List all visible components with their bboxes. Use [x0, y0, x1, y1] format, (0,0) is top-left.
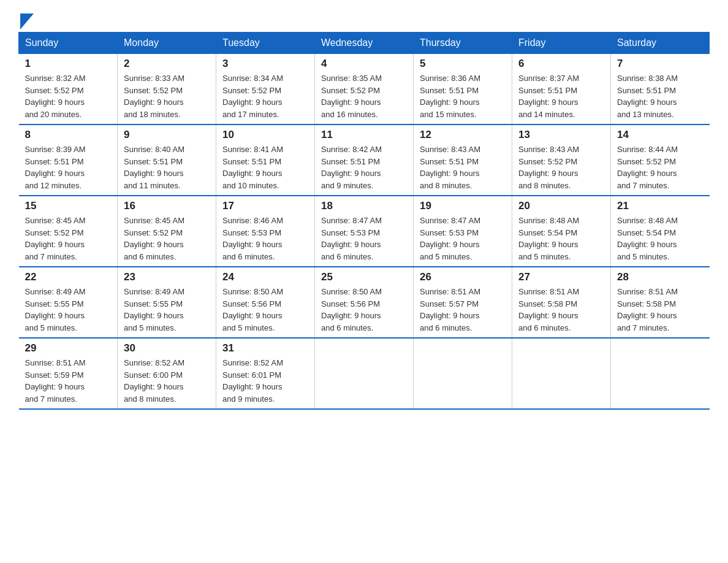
- calendar-day-cell: 13Sunrise: 8:43 AM Sunset: 5:52 PM Dayli…: [512, 124, 611, 196]
- day-info: Sunrise: 8:37 AM Sunset: 5:51 PM Dayligh…: [518, 72, 604, 120]
- calendar-day-cell: 30Sunrise: 8:52 AM Sunset: 6:00 PM Dayli…: [118, 338, 216, 409]
- calendar-day-cell: 19Sunrise: 8:47 AM Sunset: 5:53 PM Dayli…: [414, 196, 512, 267]
- day-of-week-header: Thursday: [414, 33, 512, 54]
- logo: [18, 12, 34, 27]
- calendar-day-cell: 16Sunrise: 8:45 AM Sunset: 5:52 PM Dayli…: [118, 196, 216, 267]
- calendar-table: SundayMondayTuesdayWednesdayThursdayFrid…: [18, 32, 710, 410]
- calendar-day-cell: 3Sunrise: 8:34 AM Sunset: 5:52 PM Daylig…: [216, 54, 315, 125]
- calendar-day-cell: 6Sunrise: 8:37 AM Sunset: 5:51 PM Daylig…: [512, 54, 611, 125]
- day-info: Sunrise: 8:32 AM Sunset: 5:52 PM Dayligh…: [25, 72, 112, 120]
- day-number: 15: [25, 200, 112, 212]
- calendar-day-cell: [512, 338, 611, 409]
- day-number: 23: [124, 271, 210, 283]
- day-number: 13: [518, 129, 604, 141]
- calendar-day-cell: 27Sunrise: 8:51 AM Sunset: 5:58 PM Dayli…: [512, 267, 611, 338]
- day-number: 25: [321, 271, 407, 283]
- calendar-day-cell: [611, 338, 710, 409]
- day-info: Sunrise: 8:42 AM Sunset: 5:51 PM Dayligh…: [321, 144, 407, 191]
- calendar-day-cell: 29Sunrise: 8:51 AM Sunset: 5:59 PM Dayli…: [19, 338, 118, 409]
- day-number: 4: [321, 58, 407, 70]
- day-number: 8: [25, 129, 112, 141]
- day-number: 27: [518, 271, 604, 283]
- calendar-day-cell: [414, 338, 512, 409]
- day-info: Sunrise: 8:39 AM Sunset: 5:51 PM Dayligh…: [25, 144, 112, 191]
- day-number: 11: [321, 129, 407, 141]
- day-info: Sunrise: 8:34 AM Sunset: 5:52 PM Dayligh…: [222, 72, 308, 120]
- day-of-week-header: Tuesday: [216, 33, 315, 54]
- day-info: Sunrise: 8:43 AM Sunset: 5:51 PM Dayligh…: [420, 144, 506, 191]
- day-number: 12: [420, 129, 506, 141]
- calendar-day-cell: 8Sunrise: 8:39 AM Sunset: 5:51 PM Daylig…: [19, 124, 118, 196]
- calendar-day-cell: [315, 338, 414, 409]
- calendar-day-cell: 5Sunrise: 8:36 AM Sunset: 5:51 PM Daylig…: [414, 54, 512, 125]
- day-info: Sunrise: 8:49 AM Sunset: 5:55 PM Dayligh…: [124, 286, 210, 334]
- calendar-day-cell: 22Sunrise: 8:49 AM Sunset: 5:55 PM Dayli…: [19, 267, 118, 338]
- calendar-day-cell: 14Sunrise: 8:44 AM Sunset: 5:52 PM Dayli…: [611, 124, 710, 196]
- calendar-day-cell: 4Sunrise: 8:35 AM Sunset: 5:52 PM Daylig…: [315, 54, 414, 125]
- day-info: Sunrise: 8:33 AM Sunset: 5:52 PM Dayligh…: [124, 72, 210, 120]
- calendar-week-row: 22Sunrise: 8:49 AM Sunset: 5:55 PM Dayli…: [19, 267, 710, 338]
- day-info: Sunrise: 8:36 AM Sunset: 5:51 PM Dayligh…: [420, 72, 506, 120]
- calendar-day-cell: 1Sunrise: 8:32 AM Sunset: 5:52 PM Daylig…: [19, 54, 118, 125]
- calendar-week-row: 8Sunrise: 8:39 AM Sunset: 5:51 PM Daylig…: [19, 124, 710, 196]
- calendar-week-row: 1Sunrise: 8:32 AM Sunset: 5:52 PM Daylig…: [19, 54, 710, 125]
- calendar-week-row: 29Sunrise: 8:51 AM Sunset: 5:59 PM Dayli…: [19, 338, 710, 409]
- day-info: Sunrise: 8:46 AM Sunset: 5:53 PM Dayligh…: [222, 215, 308, 262]
- day-info: Sunrise: 8:52 AM Sunset: 6:01 PM Dayligh…: [222, 357, 308, 405]
- day-of-week-header: Sunday: [19, 33, 118, 54]
- calendar-day-cell: 21Sunrise: 8:48 AM Sunset: 5:54 PM Dayli…: [611, 196, 710, 267]
- day-info: Sunrise: 8:48 AM Sunset: 5:54 PM Dayligh…: [518, 215, 604, 262]
- day-number: 10: [222, 129, 308, 141]
- calendar-header: SundayMondayTuesdayWednesdayThursdayFrid…: [19, 33, 710, 54]
- calendar-day-cell: 24Sunrise: 8:50 AM Sunset: 5:56 PM Dayli…: [216, 267, 315, 338]
- page-header: [18, 12, 710, 27]
- day-info: Sunrise: 8:44 AM Sunset: 5:52 PM Dayligh…: [617, 144, 703, 191]
- day-info: Sunrise: 8:51 AM Sunset: 5:57 PM Dayligh…: [420, 286, 506, 334]
- day-number: 1: [25, 58, 112, 70]
- day-info: Sunrise: 8:51 AM Sunset: 5:58 PM Dayligh…: [617, 286, 703, 334]
- day-number: 26: [420, 271, 506, 283]
- days-of-week-row: SundayMondayTuesdayWednesdayThursdayFrid…: [19, 33, 710, 54]
- calendar-day-cell: 23Sunrise: 8:49 AM Sunset: 5:55 PM Dayli…: [118, 267, 216, 338]
- calendar-day-cell: 25Sunrise: 8:50 AM Sunset: 5:56 PM Dayli…: [315, 267, 414, 338]
- calendar-day-cell: 11Sunrise: 8:42 AM Sunset: 5:51 PM Dayli…: [315, 124, 414, 196]
- day-info: Sunrise: 8:50 AM Sunset: 5:56 PM Dayligh…: [321, 286, 407, 334]
- day-number: 16: [124, 200, 210, 212]
- day-number: 3: [222, 58, 308, 70]
- calendar-day-cell: 17Sunrise: 8:46 AM Sunset: 5:53 PM Dayli…: [216, 196, 315, 267]
- day-info: Sunrise: 8:41 AM Sunset: 5:51 PM Dayligh…: [222, 144, 308, 191]
- day-info: Sunrise: 8:48 AM Sunset: 5:54 PM Dayligh…: [617, 215, 703, 262]
- calendar-day-cell: 26Sunrise: 8:51 AM Sunset: 5:57 PM Dayli…: [414, 267, 512, 338]
- calendar-body: 1Sunrise: 8:32 AM Sunset: 5:52 PM Daylig…: [19, 54, 710, 410]
- day-number: 6: [518, 58, 604, 70]
- calendar-day-cell: 2Sunrise: 8:33 AM Sunset: 5:52 PM Daylig…: [118, 54, 216, 125]
- calendar-day-cell: 9Sunrise: 8:40 AM Sunset: 5:51 PM Daylig…: [118, 124, 216, 196]
- day-number: 24: [222, 271, 308, 283]
- calendar-week-row: 15Sunrise: 8:45 AM Sunset: 5:52 PM Dayli…: [19, 196, 710, 267]
- day-info: Sunrise: 8:38 AM Sunset: 5:51 PM Dayligh…: [617, 72, 703, 120]
- day-number: 7: [617, 58, 703, 70]
- day-number: 29: [25, 342, 112, 354]
- logo-text: [18, 12, 34, 29]
- day-info: Sunrise: 8:51 AM Sunset: 5:58 PM Dayligh…: [518, 286, 604, 334]
- calendar-day-cell: 7Sunrise: 8:38 AM Sunset: 5:51 PM Daylig…: [611, 54, 710, 125]
- calendar-day-cell: 15Sunrise: 8:45 AM Sunset: 5:52 PM Dayli…: [19, 196, 118, 267]
- day-number: 21: [617, 200, 703, 212]
- day-number: 20: [518, 200, 604, 212]
- calendar-day-cell: 31Sunrise: 8:52 AM Sunset: 6:01 PM Dayli…: [216, 338, 315, 409]
- calendar-day-cell: 12Sunrise: 8:43 AM Sunset: 5:51 PM Dayli…: [414, 124, 512, 196]
- day-info: Sunrise: 8:47 AM Sunset: 5:53 PM Dayligh…: [321, 215, 407, 262]
- day-number: 22: [25, 271, 112, 283]
- day-info: Sunrise: 8:51 AM Sunset: 5:59 PM Dayligh…: [25, 357, 112, 405]
- day-number: 14: [617, 129, 703, 141]
- day-number: 17: [222, 200, 308, 212]
- day-info: Sunrise: 8:52 AM Sunset: 6:00 PM Dayligh…: [124, 357, 210, 405]
- day-info: Sunrise: 8:45 AM Sunset: 5:52 PM Dayligh…: [25, 215, 112, 262]
- day-number: 5: [420, 58, 506, 70]
- day-info: Sunrise: 8:43 AM Sunset: 5:52 PM Dayligh…: [518, 144, 604, 191]
- day-number: 31: [222, 342, 308, 354]
- day-number: 30: [124, 342, 210, 354]
- calendar-day-cell: 28Sunrise: 8:51 AM Sunset: 5:58 PM Dayli…: [611, 267, 710, 338]
- day-info: Sunrise: 8:49 AM Sunset: 5:55 PM Dayligh…: [25, 286, 112, 334]
- day-info: Sunrise: 8:35 AM Sunset: 5:52 PM Dayligh…: [321, 72, 407, 120]
